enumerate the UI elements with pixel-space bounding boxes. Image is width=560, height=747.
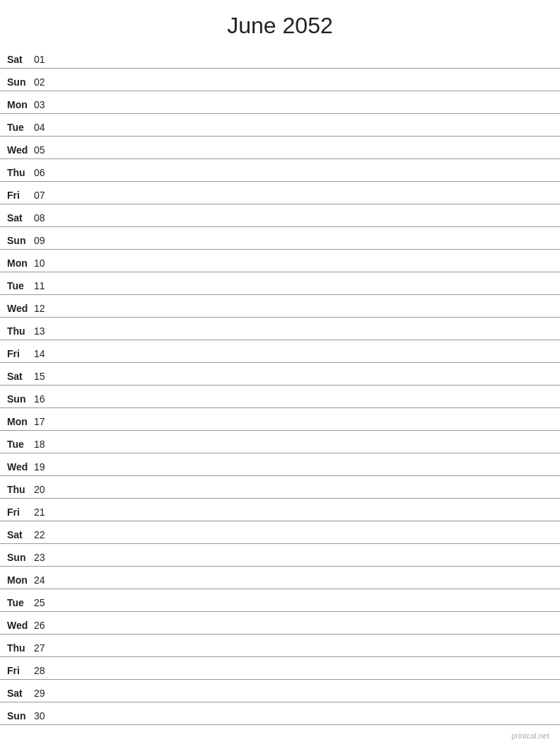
calendar-row: Sun16: [0, 386, 560, 408]
day-number: 03: [34, 99, 54, 113]
calendar-row: Sat15: [0, 363, 560, 386]
day-label: Tue: [7, 122, 34, 136]
day-label: Sat: [7, 529, 34, 543]
calendar-row: Mon10: [0, 250, 560, 272]
calendar-row: Wed12: [0, 295, 560, 318]
day-label: Sat: [7, 371, 34, 385]
day-number: 04: [34, 122, 54, 136]
day-number: 02: [34, 76, 54, 91]
calendar-container: Sat01Sun02Mon03Tue04Wed05Thu06Fri07Sat08…: [0, 46, 560, 725]
calendar-row: Thu20: [0, 476, 560, 499]
day-number: 01: [34, 54, 54, 68]
day-number: 18: [34, 439, 54, 453]
day-number: 06: [34, 167, 54, 181]
calendar-row: Wed05: [0, 137, 560, 159]
day-number: 29: [34, 688, 54, 702]
day-number: 08: [34, 212, 54, 226]
calendar-row: Tue18: [0, 431, 560, 453]
day-label: Tue: [7, 597, 34, 611]
day-label: Wed: [7, 620, 34, 634]
day-number: 09: [34, 235, 54, 249]
day-number: 21: [34, 506, 54, 521]
day-label: Sat: [7, 688, 34, 702]
day-label: Thu: [7, 642, 34, 656]
day-number: 28: [34, 665, 54, 679]
day-label: Mon: [7, 574, 34, 589]
day-number: 30: [34, 710, 54, 724]
day-label: Sun: [7, 552, 34, 566]
calendar-row: Fri28: [0, 657, 560, 680]
calendar-row: Sun30: [0, 702, 560, 725]
calendar-row: Fri14: [0, 340, 560, 363]
day-number: 23: [34, 552, 54, 566]
day-number: 25: [34, 597, 54, 611]
calendar-row: Sat01: [0, 46, 560, 69]
day-label: Mon: [7, 416, 34, 430]
calendar-row: Sun02: [0, 69, 560, 91]
day-number: 19: [34, 461, 54, 475]
calendar-row: Tue04: [0, 114, 560, 137]
day-label: Sat: [7, 212, 34, 226]
day-number: 07: [34, 190, 54, 204]
day-number: 13: [34, 325, 54, 340]
day-number: 12: [34, 303, 54, 317]
day-label: Thu: [7, 484, 34, 498]
calendar-row: Sat29: [0, 680, 560, 702]
day-number: 24: [34, 574, 54, 589]
day-label: Fri: [7, 506, 34, 521]
day-label: Sun: [7, 76, 34, 91]
calendar-row: Fri07: [0, 182, 560, 204]
footer-text: printcal.net: [511, 731, 549, 740]
day-number: 20: [34, 484, 54, 498]
day-label: Fri: [7, 665, 34, 679]
day-number: 16: [34, 393, 54, 407]
day-label: Sat: [7, 54, 34, 68]
day-label: Sun: [7, 710, 34, 724]
day-label: Tue: [7, 280, 34, 294]
day-label: Sun: [7, 235, 34, 249]
day-label: Tue: [7, 439, 34, 453]
day-number: 10: [34, 257, 54, 272]
day-label: Fri: [7, 348, 34, 362]
day-label: Wed: [7, 303, 34, 317]
day-number: 27: [34, 642, 54, 656]
day-label: Mon: [7, 257, 34, 272]
page-title: June 2052: [0, 0, 560, 46]
day-number: 05: [34, 144, 54, 158]
day-number: 14: [34, 348, 54, 362]
calendar-row: Sat08: [0, 204, 560, 227]
calendar-row: Mon03: [0, 91, 560, 114]
day-label: Sun: [7, 393, 34, 407]
calendar-row: Tue25: [0, 589, 560, 612]
day-label: Wed: [7, 461, 34, 475]
calendar-row: Tue11: [0, 272, 560, 295]
calendar-row: Sat22: [0, 521, 560, 544]
calendar-row: Sun23: [0, 544, 560, 567]
calendar-row: Wed26: [0, 612, 560, 635]
day-label: Thu: [7, 325, 34, 340]
calendar-row: Thu27: [0, 635, 560, 657]
day-label: Fri: [7, 190, 34, 204]
day-label: Thu: [7, 167, 34, 181]
calendar-row: Thu06: [0, 159, 560, 182]
day-number: 22: [34, 529, 54, 543]
day-number: 11: [34, 280, 54, 294]
calendar-row: Fri21: [0, 499, 560, 521]
calendar-row: Thu13: [0, 318, 560, 340]
day-label: Mon: [7, 99, 34, 113]
calendar-row: Wed19: [0, 453, 560, 476]
calendar-row: Mon24: [0, 567, 560, 589]
calendar-row: Mon17: [0, 408, 560, 431]
day-number: 15: [34, 371, 54, 385]
day-number: 17: [34, 416, 54, 430]
calendar-row: Sun09: [0, 227, 560, 250]
day-label: Wed: [7, 144, 34, 158]
day-number: 26: [34, 620, 54, 634]
